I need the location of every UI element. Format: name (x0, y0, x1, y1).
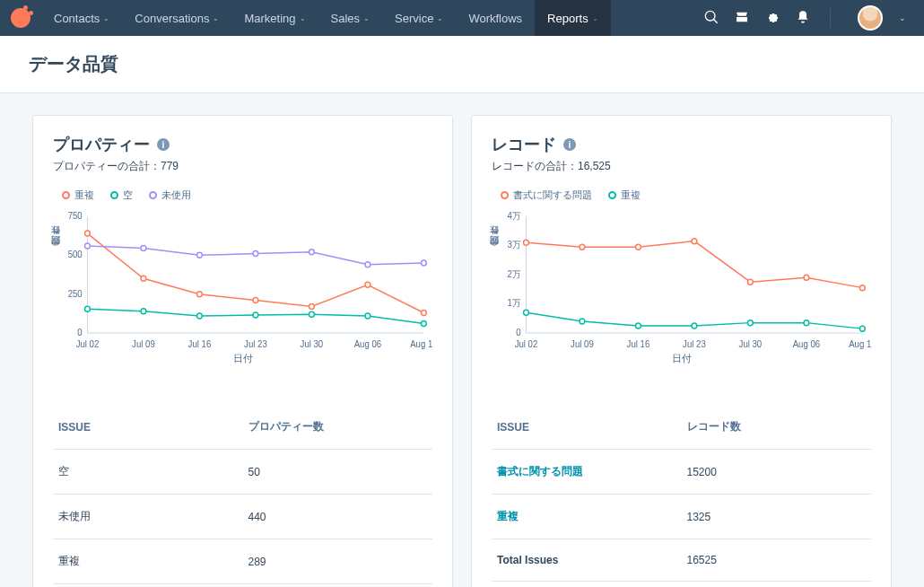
card-records: レコード i レコードの合計：16,525 書式に関する問題重複 問題の件数 0… (471, 115, 892, 587)
nav-item-conversations[interactable]: Conversations⌄ (122, 0, 231, 36)
svg-point-33 (422, 260, 427, 266)
svg-point-58 (692, 323, 697, 329)
nav-item-service[interactable]: Service⌄ (382, 0, 456, 36)
card-properties: プロパティー i プロパティーの合計：779 重複空未使用 問題の件数 0250… (32, 115, 453, 587)
chart-properties: 0250500750Jul 02Jul 09Jul 16Jul 23Jul 30… (53, 207, 432, 351)
svg-text:Jul 09: Jul 09 (571, 339, 594, 349)
issue-count: 15200 (682, 450, 872, 495)
issue-label[interactable]: 書式に関する問題 (492, 450, 682, 495)
issue-count: 289 (243, 539, 433, 584)
x-axis-label: 日付 (53, 352, 432, 365)
svg-point-50 (636, 244, 641, 250)
legend-dot (608, 191, 616, 199)
y-axis-label: 問題の件数 (49, 241, 62, 251)
svg-text:Jul 23: Jul 23 (683, 339, 706, 349)
table-row: 未使用440 (53, 495, 432, 539)
legend-label: 重複 (74, 188, 94, 202)
svg-point-54 (860, 285, 866, 291)
svg-point-22 (197, 313, 203, 319)
svg-point-17 (309, 304, 315, 310)
x-axis-label: 日付 (492, 352, 871, 365)
chevron-down-icon: ⌄ (437, 14, 443, 22)
top-nav: Contacts⌄Conversations⌄Marketing⌄Sales⌄S… (0, 0, 924, 36)
page-title: データ品質 (29, 52, 895, 76)
table-row: 重複1325 (492, 495, 871, 539)
nav-item-reports[interactable]: Reports⌄ (535, 0, 611, 36)
chevron-down-icon: ⌄ (300, 14, 306, 22)
svg-text:Jul 02: Jul 02 (515, 339, 538, 349)
legend-item: 未使用 (149, 188, 191, 202)
gear-icon[interactable] (765, 10, 780, 27)
svg-point-25 (365, 313, 370, 319)
svg-point-49 (580, 244, 585, 250)
legend-label: 未使用 (161, 188, 191, 202)
svg-point-59 (748, 320, 754, 326)
nav-item-label: Service (395, 12, 433, 25)
chevron-down-icon[interactable]: ⌄ (899, 13, 906, 22)
issue-count: 16525 (682, 539, 872, 582)
chart-records: 01万2万3万4万Jul 02Jul 09Jul 16Jul 23Jul 30A… (492, 207, 871, 351)
svg-text:Aug 13: Aug 13 (849, 339, 871, 349)
table-row: Total Issues16525 (492, 539, 871, 582)
nav-item-sales[interactable]: Sales⌄ (318, 0, 383, 36)
chevron-down-icon: ⌄ (592, 14, 598, 22)
info-icon[interactable]: i (157, 138, 170, 151)
search-icon[interactable] (704, 10, 719, 27)
issue-label: 空 (53, 450, 243, 495)
legend-label: 空 (123, 188, 133, 202)
nav-utility-icons: ⌄ (704, 5, 906, 31)
nav-item-marketing[interactable]: Marketing⌄ (231, 0, 318, 36)
legend-label: 重複 (621, 188, 641, 202)
svg-text:0: 0 (516, 328, 521, 337)
legend-item: 重複 (608, 188, 641, 202)
svg-text:Jul 09: Jul 09 (132, 339, 155, 349)
card-subtotal: プロパティーの合計：779 (53, 159, 432, 174)
legend-item: 書式に関する問題 (501, 188, 592, 202)
svg-text:Jul 30: Jul 30 (301, 339, 324, 349)
avatar[interactable] (858, 5, 883, 31)
svg-point-15 (197, 292, 203, 297)
legend-item: 重複 (62, 188, 94, 202)
svg-point-55 (524, 310, 529, 315)
hubspot-logo[interactable] (11, 8, 31, 28)
table-row: 空50 (53, 450, 432, 495)
svg-point-24 (309, 311, 315, 317)
table-row: 重複289 (53, 539, 432, 584)
bell-icon[interactable] (796, 10, 810, 27)
svg-point-27 (85, 243, 91, 249)
issue-count: 50 (243, 450, 433, 495)
info-icon[interactable]: i (563, 138, 576, 151)
svg-text:Aug 13: Aug 13 (410, 339, 432, 349)
svg-text:Jul 30: Jul 30 (739, 339, 763, 349)
svg-point-31 (309, 250, 315, 255)
y-axis-label: 問題の件数 (488, 241, 501, 251)
card-title: レコード (492, 134, 556, 155)
col-count: レコード数 (682, 405, 872, 450)
nav-item-label: Marketing (244, 12, 295, 25)
svg-point-23 (253, 312, 258, 318)
chevron-down-icon: ⌄ (213, 14, 219, 22)
svg-point-14 (141, 276, 146, 281)
col-issue: ISSUE (53, 405, 243, 450)
marketplace-icon[interactable] (735, 10, 749, 27)
svg-point-56 (580, 319, 585, 324)
nav-item-label: Reports (547, 12, 588, 25)
issue-count: 1325 (682, 495, 872, 539)
svg-point-57 (636, 323, 641, 329)
col-count: プロパティー数 (243, 405, 433, 450)
svg-text:750: 750 (68, 211, 83, 221)
nav-item-label: Conversations (135, 12, 209, 25)
nav-items: Contacts⌄Conversations⌄Marketing⌄Sales⌄S… (41, 0, 611, 36)
issue-label: Total Issues (492, 539, 682, 582)
svg-text:2万: 2万 (508, 269, 521, 279)
nav-item-contacts[interactable]: Contacts⌄ (41, 0, 122, 36)
nav-item-workflows[interactable]: Workflows (456, 0, 535, 36)
svg-point-60 (804, 320, 809, 326)
svg-point-48 (524, 240, 529, 245)
issue-label[interactable]: 重複 (492, 495, 682, 539)
page-header: データ品質 (0, 36, 924, 93)
svg-point-26 (422, 321, 427, 327)
svg-text:250: 250 (68, 288, 83, 298)
svg-point-61 (860, 326, 866, 331)
svg-point-28 (141, 246, 146, 251)
